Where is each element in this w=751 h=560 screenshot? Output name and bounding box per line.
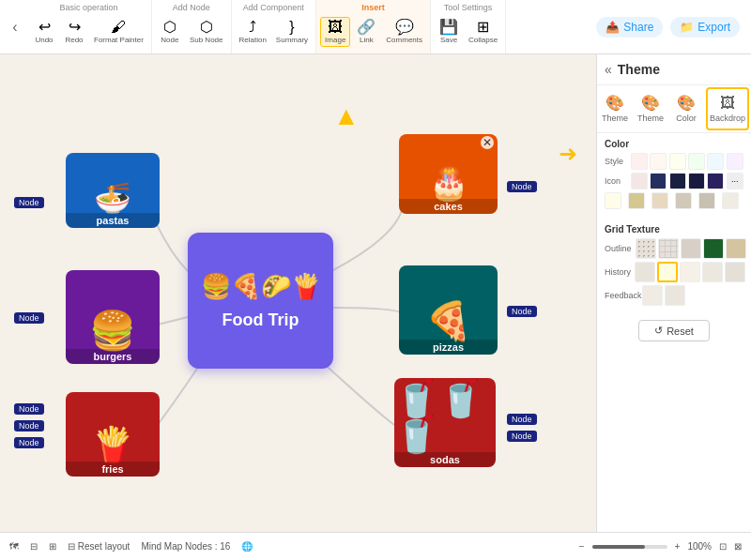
- cakes-node[interactable]: ✕ 🎂 cakes: [399, 134, 498, 214]
- grid-texture-section: Grid Texture Outline History: [597, 219, 751, 314]
- icon-swatches: ···: [631, 173, 743, 189]
- status-icon-2: ⊟: [30, 541, 38, 552]
- swatch-pink[interactable]: [631, 153, 648, 170]
- export-label: Export: [697, 21, 730, 34]
- sub-node-button[interactable]: ⬡ Sub Node: [186, 18, 227, 46]
- texture-dots[interactable]: [636, 238, 656, 259]
- texture-swatch-d[interactable]: [725, 262, 745, 282]
- outline-row: Outline: [605, 238, 743, 259]
- color-section: Color Style Icon: [597, 133, 751, 219]
- pastas-emoji: 🍜: [94, 177, 131, 213]
- extra-swatch-1[interactable]: [605, 192, 621, 209]
- pizzas-emoji: 🍕: [425, 296, 472, 340]
- node-badge-cakes: Node: [507, 181, 537, 192]
- style-row: Style: [605, 153, 743, 170]
- texture-swatch-a[interactable]: [635, 262, 655, 282]
- texture-swatch-b[interactable]: [680, 262, 700, 282]
- central-node[interactable]: 🍔🍕🌮🍟 Food Trip: [188, 233, 333, 369]
- tab-theme[interactable]: 🎨 Theme: [597, 85, 633, 132]
- color-section-title: Color: [605, 139, 743, 149]
- link-button[interactable]: 🔗 Link: [352, 18, 380, 46]
- add-node-section: Add Node ⬡ Node ⬡ Sub Node: [152, 0, 232, 53]
- texture-plain[interactable]: [681, 238, 701, 259]
- feedback-swatch-a[interactable]: [642, 285, 663, 306]
- cakes-close-button[interactable]: ✕: [481, 136, 494, 149]
- swatch-mint[interactable]: [688, 153, 705, 170]
- panel-collapse-button[interactable]: «: [605, 62, 612, 77]
- icon-swatch-more[interactable]: ···: [727, 173, 743, 189]
- reset-button[interactable]: ↺ Reset: [638, 320, 710, 341]
- tab-backdrop[interactable]: 🖼 Backdrop: [706, 87, 749, 130]
- canvas[interactable]: ▲ ➜ Node Node Node Node: [0, 54, 596, 532]
- comments-button[interactable]: 💬 Comments: [382, 18, 426, 46]
- node-button[interactable]: ⬡ Node: [156, 18, 184, 46]
- right-panel: « Theme 🎨 Theme 🎨 Theme 🎨 Color 🖼: [596, 54, 751, 532]
- zoom-level: 100%: [687, 541, 712, 552]
- icon-swatch-4[interactable]: [688, 173, 705, 189]
- icon-swatch-3[interactable]: [669, 173, 686, 189]
- link-icon: 🔗: [357, 20, 376, 35]
- panel-title: Theme: [618, 62, 660, 77]
- export-icon: 📁: [680, 21, 694, 34]
- cakes-label: cakes: [399, 199, 498, 214]
- texture-swatch-selected[interactable]: [657, 262, 678, 282]
- image-button[interactable]: 🖼 Image: [320, 17, 350, 47]
- extra-swatch-5[interactable]: [698, 192, 715, 209]
- toolbar: ‹ Basic operation ↩ Undo ↪ Redo 🖌 Format…: [0, 0, 751, 54]
- swatch-peach[interactable]: [650, 153, 667, 170]
- swatch-cream[interactable]: [669, 153, 686, 170]
- feedback-label: Feedback: [605, 291, 638, 300]
- node-count-label: Mind Map Nodes : 16: [141, 541, 230, 552]
- tab-theme2[interactable]: 🎨 Theme: [633, 85, 668, 132]
- icon-swatch-5[interactable]: [707, 173, 724, 189]
- burgers-node[interactable]: 🍔 burgers: [66, 270, 160, 364]
- extra-swatch-3[interactable]: [651, 192, 668, 209]
- status-icon-globe: 🌐: [241, 541, 253, 552]
- insert-label: Insert: [320, 0, 426, 13]
- swatch-lavender[interactable]: [727, 153, 743, 170]
- export-button[interactable]: 📁 Export: [670, 17, 740, 38]
- relation-button[interactable]: ⤴ Relation: [236, 18, 270, 46]
- extra-swatch-4[interactable]: [675, 192, 692, 209]
- zoom-plus[interactable]: +: [675, 541, 681, 552]
- redo-button[interactable]: ↪ Redo: [60, 18, 88, 46]
- texture-swatch-c[interactable]: [702, 262, 723, 282]
- central-node-emojis: 🍔🍕🌮🍟: [201, 272, 321, 301]
- node-badge-burgers: Node: [14, 312, 44, 324]
- share-button[interactable]: 📤 Share: [596, 17, 663, 38]
- back-button[interactable]: ‹: [4, 0, 26, 53]
- icon-swatch-2[interactable]: [650, 173, 667, 189]
- extra-swatch-6[interactable]: [722, 192, 739, 209]
- fries-node[interactable]: 🍟 fries: [66, 392, 160, 477]
- save-label: Save: [440, 36, 457, 44]
- node-badge-fries-2: Node: [14, 420, 44, 431]
- feedback-swatches: [642, 285, 685, 306]
- node-icon: ⬡: [163, 20, 176, 35]
- save-button[interactable]: 💾 Save: [435, 18, 463, 46]
- sodas-node[interactable]: 🥤🥤🥤 sodas: [394, 378, 496, 467]
- pizzas-node[interactable]: 🍕 pizzas: [399, 265, 498, 355]
- format-painter-button[interactable]: 🖌 Format Painter: [90, 18, 147, 46]
- status-bar-right: − + 100% ⊡ ⊠: [579, 541, 742, 552]
- burgers-label: burgers: [66, 349, 160, 364]
- tool-settings-section: Tool Settings 💾 Save ⊞ Collapse: [431, 0, 506, 53]
- extra-swatch-2[interactable]: [628, 192, 645, 209]
- texture-grid[interactable]: [658, 238, 679, 259]
- feedback-swatch-b[interactable]: [665, 285, 685, 306]
- pastas-node[interactable]: 🍜 pastas: [66, 153, 160, 228]
- pizzas-label: pizzas: [399, 340, 498, 355]
- zoom-slider[interactable]: [592, 545, 667, 549]
- summary-button[interactable]: } Summary: [272, 18, 312, 46]
- style-label: Style: [605, 157, 631, 166]
- swatch-sky[interactable]: [707, 153, 724, 170]
- add-component-section: Add Component ⤴ Relation } Summary: [232, 0, 317, 53]
- icon-swatch-1[interactable]: [631, 173, 648, 189]
- undo-button[interactable]: ↩ Undo: [30, 18, 58, 46]
- collapse-button[interactable]: ⊞ Collapse: [465, 18, 501, 46]
- tab-color[interactable]: 🎨 Color: [668, 85, 704, 132]
- zoom-minus[interactable]: −: [579, 541, 585, 552]
- theme-tab-icon: 🎨: [605, 94, 624, 112]
- texture-green[interactable]: [703, 238, 724, 259]
- reset-layout-label[interactable]: ⊟ Reset layout: [68, 541, 130, 552]
- texture-tan[interactable]: [726, 238, 746, 259]
